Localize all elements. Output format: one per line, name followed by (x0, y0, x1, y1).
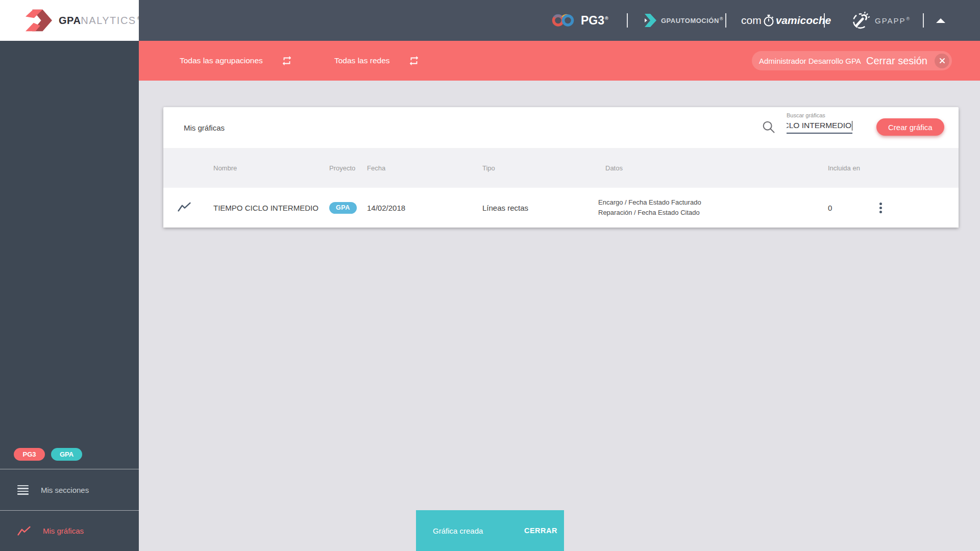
mis-graficas-card: Mis gráficas Buscar gráficas CICLO INTER… (163, 107, 959, 228)
column-header-nombre: Nombre (213, 164, 329, 172)
datos-line: Encargo / Fecha Estado Facturado (598, 197, 809, 208)
topbar-separator (923, 13, 924, 28)
cell-tipo: Líneas rectas (482, 204, 598, 212)
pg3-infinity-icon (551, 13, 575, 28)
search-icon[interactable] (762, 120, 776, 134)
brand-gpapp-label: GPAPP® (875, 16, 911, 25)
filter-bar: Todas las agrupaciones Todas las redes A… (139, 41, 980, 81)
gpanalytics-logo-icon (26, 9, 52, 32)
app-topbar: PG3® GPAUTOMOCIÓN® com vamicoche (139, 0, 980, 41)
datos-line: Reparación / Fecha Estado Citado (598, 208, 809, 218)
topbar-separator (627, 13, 628, 28)
logo-text-bold: GPA (59, 15, 81, 26)
badge-gpa[interactable]: GPA (51, 448, 82, 461)
brand-gpautomocion[interactable]: GPAUTOMOCIÓN® (644, 0, 723, 41)
filter-agrupaciones-label: Todas las agrupaciones (180, 56, 263, 65)
collapse-caret-icon[interactable] (936, 0, 945, 41)
column-header-proyecto: Proyecto (329, 164, 367, 172)
user-session-pill: Administrador Desarrollo GPA Cerrar sesi… (752, 51, 952, 70)
sidebar-item-label: Mis gráficas (43, 527, 84, 535)
comprovamicoche-suffix: vamicoche (776, 14, 831, 27)
brand-pg3[interactable]: PG3® (551, 0, 608, 41)
gpanalytics-logo[interactable]: GPANALYTICS® (0, 0, 139, 41)
search-input[interactable]: Buscar gráficas CICLO INTERMEDIO (787, 112, 852, 134)
page-title: Mis gráficas (184, 107, 225, 148)
sidebar-item-label: Mis secciones (41, 486, 89, 494)
cell-nombre: TIEMPO CICLO INTERMEDIO (213, 204, 329, 212)
topbar-separator (725, 13, 726, 28)
create-chart-button[interactable]: Crear gráfica (876, 118, 944, 136)
gpautomocion-chevron-icon (644, 14, 656, 27)
line-chart-icon (17, 526, 31, 536)
column-header-tipo: Tipo (482, 164, 598, 172)
sidebar-item-mis-secciones[interactable]: Mis secciones (0, 469, 139, 510)
logo-text-light: NALYTICS (81, 15, 136, 26)
search-input-label: Buscar gráficas (787, 112, 852, 118)
brand-pg3-label: PG3® (581, 14, 608, 28)
text-caret (852, 121, 852, 131)
brand-comprovamicoche[interactable]: com vamicoche (741, 0, 831, 41)
sidebar-badges: PG3 GPA (14, 448, 82, 461)
snackbar-toast: Gráfica creada CERRAR (416, 510, 564, 551)
card-header: Mis gráficas Buscar gráficas CICLO INTER… (163, 107, 959, 148)
row-chart-icon (178, 202, 191, 212)
gpapp-wrench-icon (851, 11, 871, 30)
swap-icon[interactable] (281, 55, 292, 66)
cell-incluida-en: 0 (809, 204, 865, 212)
user-name: Administrador Desarrollo GPA (759, 57, 861, 65)
logout-button[interactable]: Cerrar sesión (866, 55, 927, 67)
row-menu-button[interactable] (874, 200, 887, 215)
logo-text: GPANALYTICS® (59, 15, 141, 27)
cell-datos: Encargo / Fecha Estado Facturado Reparac… (598, 197, 809, 218)
swap-icon[interactable] (408, 55, 420, 66)
app-sidebar: GPANALYTICS® PG3 GPA Mis secciones Mis g… (0, 0, 139, 551)
input-underline (787, 133, 852, 134)
toast-close-button[interactable]: CERRAR (524, 527, 557, 535)
close-session-icon[interactable] (935, 54, 949, 68)
column-header-fecha: Fecha (367, 164, 482, 172)
menu-icon (17, 485, 29, 495)
column-header-datos: Datos (598, 164, 809, 172)
badge-pg3[interactable]: PG3 (14, 448, 45, 461)
search-input-value: CICLO INTERMEDIO (787, 121, 851, 130)
cell-fecha: 14/02/2018 (367, 204, 482, 212)
column-header-incluida-en: Incluida en (809, 164, 865, 172)
project-badge: GPA (329, 202, 357, 214)
comprovamicoche-prefix: com (741, 14, 762, 27)
filter-redes-label: Todas las redes (334, 56, 390, 65)
sidebar-item-mis-graficas[interactable]: Mis gráficas (0, 510, 139, 551)
logo-trademark: ® (137, 16, 141, 21)
brand-gpapp[interactable]: GPAPP® (851, 0, 911, 41)
table-row[interactable]: TIEMPO CICLO INTERMEDIO GPA 14/02/2018 L… (163, 188, 959, 228)
brand-gpautomocion-label: GPAUTOMOCIÓN® (661, 16, 723, 24)
stopwatch-icon (763, 14, 775, 27)
table-header: Nombre Proyecto Fecha Tipo Datos Incluid… (163, 148, 959, 188)
toast-message: Gráfica creada (433, 527, 483, 535)
topbar-separator (824, 13, 825, 28)
filter-agrupaciones[interactable]: Todas las agrupaciones (180, 41, 292, 81)
filter-redes[interactable]: Todas las redes (334, 41, 420, 81)
